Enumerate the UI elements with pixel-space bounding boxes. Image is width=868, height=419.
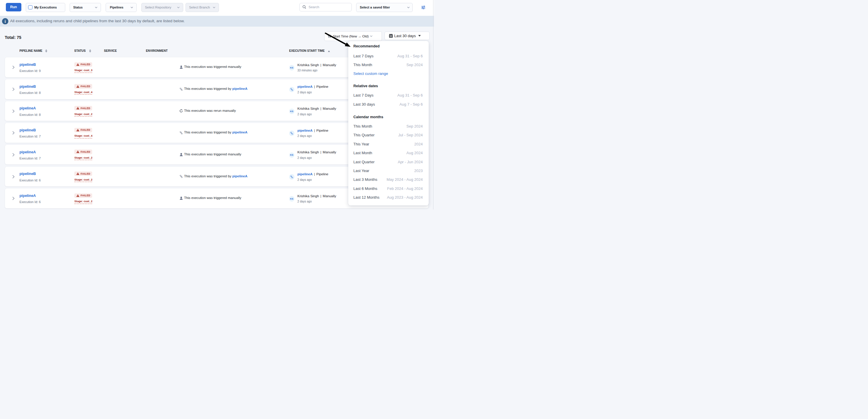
- svg-text:i: i: [5, 19, 6, 24]
